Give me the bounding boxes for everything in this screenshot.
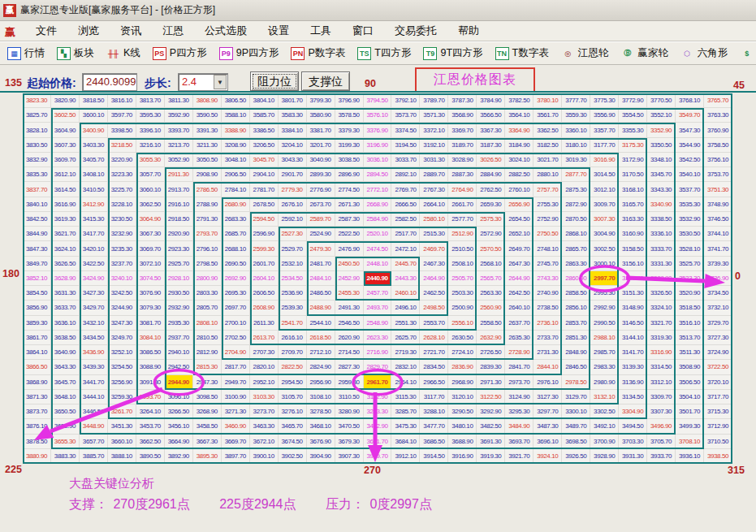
price-cell: 3352.90 xyxy=(647,123,676,137)
price-cell: 3616.90 xyxy=(51,197,80,212)
price-cell: 3146.50 xyxy=(619,316,647,331)
toolbar-button-kline[interactable]: ╫╫K线 xyxy=(104,45,143,62)
menu-item-3[interactable]: 江恩 xyxy=(152,21,194,41)
price-cell: 2952.10 xyxy=(250,375,279,390)
price-cell: 3696.10 xyxy=(534,435,562,449)
price-cell: 3386.50 xyxy=(250,123,279,137)
price-cell: 2640.10 xyxy=(505,301,534,315)
price-cell: 2726.50 xyxy=(477,345,505,360)
price-cell: 2760.10 xyxy=(505,182,534,197)
toolbar-button-gann-wheel[interactable]: ◎江恩轮 xyxy=(559,45,611,62)
price-cell: 2620.90 xyxy=(335,331,364,345)
price-cell: 3093.70 xyxy=(136,390,165,404)
price-cell: 3062.50 xyxy=(136,197,165,212)
start-price-input[interactable]: 2440.9099 xyxy=(82,73,137,91)
price-cell: 2853.70 xyxy=(562,316,590,331)
resistance-button[interactable]: 阻力位 xyxy=(250,71,299,91)
toolbar-button-winner-service[interactable]: $赢家服务 xyxy=(737,45,756,62)
support-button[interactable]: 支撑位 xyxy=(301,71,350,91)
price-cell: 3180.10 xyxy=(562,138,590,153)
price-cell: 3895.30 xyxy=(193,449,222,464)
price-cell: 2702.50 xyxy=(222,331,250,345)
price-cell: 2947.30 xyxy=(193,375,222,390)
chevron-down-icon[interactable]: ▼ xyxy=(214,75,227,89)
price-cell: 3919.30 xyxy=(477,449,505,464)
price-cell: 3307.30 xyxy=(647,404,676,419)
price-cell: 2625.70 xyxy=(391,331,420,345)
price-cell: 2728.90 xyxy=(505,345,534,360)
price-cell: 3813.70 xyxy=(136,93,165,108)
price-cell: 2822.50 xyxy=(279,360,307,374)
price-cell: 3285.70 xyxy=(391,404,420,419)
toolbar-button-hexagon[interactable]: ⬡六角形 xyxy=(678,45,731,62)
price-cell: 2553.70 xyxy=(420,316,448,331)
price-cell: 3801.70 xyxy=(279,93,307,108)
toolbar-button-winner-wheel[interactable]: Ⓑ赢家轮 xyxy=(618,45,671,62)
step-combobox[interactable]: 2.4 ▼ xyxy=(178,73,228,91)
price-cell: 2652.10 xyxy=(505,227,534,241)
price-cell: 3182.50 xyxy=(534,138,562,153)
price-cell: 3360.10 xyxy=(562,123,590,137)
toolbar-button-t-number-table[interactable]: TNT数字表 xyxy=(493,45,551,62)
price-cell: 3213.70 xyxy=(165,138,193,153)
kline-icon: ╫╫ xyxy=(106,47,120,60)
price-cell: 2642.50 xyxy=(505,286,534,301)
menu-item-5[interactable]: 设置 xyxy=(257,21,300,41)
toolbar-button-sectors[interactable]: ▚板块 xyxy=(54,45,97,62)
menu-item-9[interactable]: 帮助 xyxy=(447,21,490,41)
angle-label-135: 135 xyxy=(5,77,22,89)
toolbar-button-t-square[interactable]: TST四方形 xyxy=(355,45,413,62)
menu-item-8[interactable]: 交易委托 xyxy=(384,21,447,41)
price-cell: 2673.70 xyxy=(307,197,335,212)
menu-item-2[interactable]: 资讯 xyxy=(110,21,152,41)
price-cell: 3487.30 xyxy=(534,419,562,434)
price-cell: 3936.10 xyxy=(676,449,704,464)
price-cell: 3794.50 xyxy=(364,93,392,108)
price-cell: 3924.10 xyxy=(534,449,562,464)
price-cell: 2964.10 xyxy=(391,375,420,390)
price-cell: 3885.70 xyxy=(80,449,108,464)
price-cell: 3288.10 xyxy=(420,404,448,419)
price-cell: 3660.10 xyxy=(108,435,136,449)
price-cell: 3499.30 xyxy=(676,419,704,434)
price-cell: 3640.90 xyxy=(51,345,80,360)
price-cell: 2455.30 xyxy=(335,286,364,301)
menu-item-0[interactable]: 文件 xyxy=(25,21,67,41)
price-cell: 3873.70 xyxy=(23,404,51,419)
price-cell: 3254.50 xyxy=(108,360,136,374)
price-cell: 3028.90 xyxy=(448,153,477,167)
price-cell: 3508.90 xyxy=(676,360,704,374)
price-cell: 2587.30 xyxy=(335,212,364,227)
toolbar-button-9t-square[interactable]: T99T四方形 xyxy=(421,45,485,62)
price-cell: 3074.50 xyxy=(136,271,165,286)
price-cell: 3600.10 xyxy=(80,108,108,123)
price-cell: 2863.30 xyxy=(562,257,590,271)
price-cell: 2668.90 xyxy=(364,197,392,212)
price-cell: 3331.30 xyxy=(647,257,676,271)
price-cell: 3177.70 xyxy=(590,138,619,153)
price-cell: 2613.70 xyxy=(250,331,279,345)
toolbar-button-p-number-table[interactable]: PNP数字表 xyxy=(288,45,348,62)
price-cell: 2469.70 xyxy=(420,241,448,256)
toolbar-button-p-square[interactable]: PSP四方形 xyxy=(150,45,210,62)
price-cell: 3669.70 xyxy=(222,435,250,449)
price-cell: 3052.90 xyxy=(165,153,193,167)
price-cell: 2817.70 xyxy=(222,360,250,374)
price-cell: 3249.70 xyxy=(108,331,136,345)
price-cell: 3216.10 xyxy=(136,138,165,153)
price-cell: 3902.50 xyxy=(279,449,307,464)
price-cell: 2536.90 xyxy=(279,286,307,301)
price-cell: 2541.70 xyxy=(279,316,307,331)
toolbar-button-9p-square[interactable]: P99P四方形 xyxy=(217,45,282,62)
price-cell: 3403.30 xyxy=(80,138,108,153)
menu-item-1[interactable]: 浏览 xyxy=(67,21,110,41)
price-cell: 2589.70 xyxy=(307,212,335,227)
price-cell: 2637.70 xyxy=(505,316,534,331)
price-cell: 3484.90 xyxy=(505,419,534,434)
menu-item-7[interactable]: 窗口 xyxy=(342,21,384,41)
price-cell: 2892.10 xyxy=(391,167,420,182)
menu-item-4[interactable]: 公式选股 xyxy=(194,21,257,41)
menu-item-6[interactable]: 工具 xyxy=(300,21,342,41)
price-cell: 3703.30 xyxy=(619,435,647,449)
toolbar-button-quotes[interactable]: ▦行情 xyxy=(5,45,47,62)
